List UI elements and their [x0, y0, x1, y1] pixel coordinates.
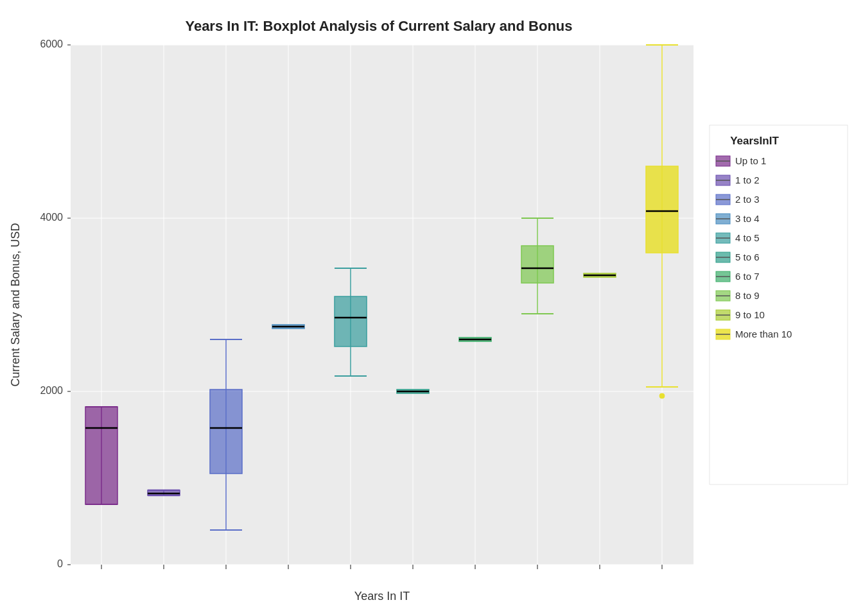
- legend-label-10: More than 10: [735, 329, 792, 339]
- legend-label-7: 6 to 7: [735, 271, 760, 282]
- bp5-box: [335, 296, 367, 346]
- legend-label-9: 9 to 10: [735, 309, 765, 320]
- ylabel-0: 0: [57, 558, 63, 569]
- bp1-box: [85, 407, 118, 504]
- bp10-box: [646, 166, 678, 253]
- bp8-box: [521, 246, 554, 283]
- legend-label-6: 5 to 6: [735, 252, 760, 262]
- legend-label-2: 1 to 2: [735, 175, 760, 185]
- y-axis-label: Current Salary and Bonus, USD: [9, 223, 22, 386]
- legend-title: YearsInIT: [730, 135, 779, 147]
- legend-label-4: 3 to 4: [735, 213, 760, 224]
- legend-label-8: 8 to 9: [735, 290, 760, 301]
- chart-container: Years In IT: Boxplot Analysis of Current…: [0, 0, 863, 616]
- boxplot-chart: Years In IT: Boxplot Analysis of Current…: [0, 0, 863, 616]
- bp3-box: [210, 389, 242, 474]
- legend-label-5: 4 to 5: [735, 232, 760, 243]
- bp10-outlier: [659, 393, 665, 398]
- ylabel-6000: 6000: [40, 38, 63, 49]
- x-axis-label: Years In IT: [354, 590, 410, 603]
- chart-title: Years In IT: Boxplot Analysis of Current…: [185, 18, 572, 34]
- ylabel-2000: 2000: [40, 385, 63, 396]
- legend-label-1: Up to 1: [735, 155, 766, 166]
- legend-label-3: 2 to 3: [735, 194, 760, 205]
- ylabel-4000: 4000: [40, 212, 63, 223]
